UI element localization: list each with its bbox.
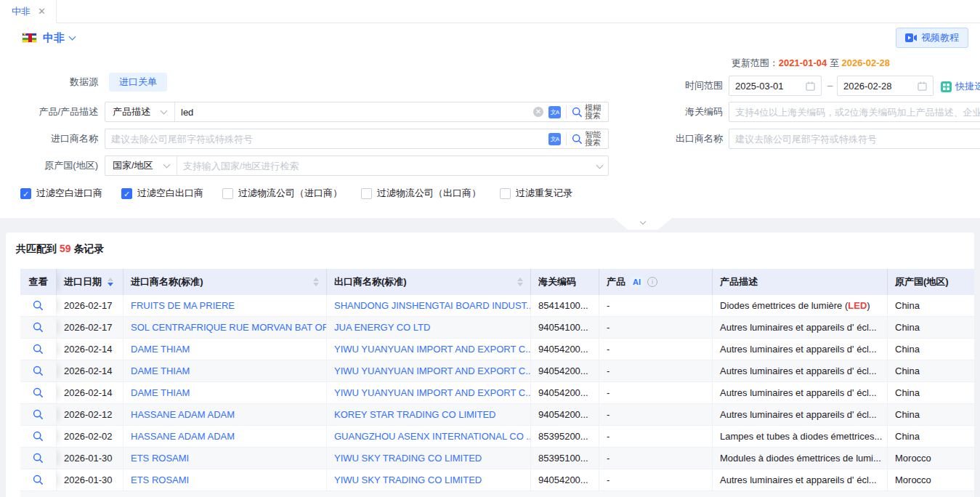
sort-control[interactable] [108,278,113,286]
clear-icon[interactable]: ✕ [533,107,543,117]
panel-gap [0,218,980,233]
product-cell: - [599,317,713,338]
exporter-link[interactable]: YIWU SKY TRADING CO LIMITED [334,474,482,485]
view-detail-button[interactable] [20,469,57,490]
search-icon [572,134,583,145]
magnifier-icon [33,365,44,376]
view-detail-button[interactable] [20,317,57,338]
filter-checkbox-row: ✓ 过滤空白进口商 ✓ 过滤空白出口商 ✓ 过滤物流公司（进口商） ✓ 过滤物流… [20,187,572,200]
import-date-cell: 2026-02-14 [57,360,123,381]
translate-icon[interactable]: 文A [548,106,561,118]
checkbox-icon[interactable]: ✓ [20,188,31,199]
origin-country-label: 原产国(地区) [0,155,98,176]
date-from-input[interactable]: 2025-03-01 [729,76,822,96]
importer-link[interactable]: HASSANE ADAM ADAM [131,409,235,420]
exporter-link[interactable]: JUA ENERGY CO LTD [334,322,430,333]
col-header-exporter[interactable]: 出口商名称(标准) [327,269,531,295]
checkbox-icon[interactable]: ✓ [361,188,372,199]
magnifier-icon [33,344,44,355]
close-icon[interactable]: ✕ [38,7,46,16]
origin-country-cell: China [888,317,974,338]
origin-country-cell: China [888,339,974,360]
country-type-select[interactable]: 国家/地区 [105,156,177,175]
view-detail-button[interactable] [20,360,57,381]
checkbox-icon[interactable]: ✓ [222,188,233,199]
exporter-link[interactable]: YIWU YUANYUAN IMPORT AND EXPORT C... [334,344,531,355]
view-detail-button[interactable] [20,426,57,447]
exporter-link[interactable]: YIWU SKY TRADING CO LIMITED [334,453,482,464]
product-cell: - [599,404,713,425]
date-to-input[interactable]: 2026-02-28 [837,76,934,96]
data-source-import-declarations[interactable]: 进口关单 [109,73,167,92]
translate-icon[interactable]: 文A [548,133,561,145]
importer-link[interactable]: FRUITS DE MA PRIERE [131,300,235,311]
checkbox-icon[interactable]: ✓ [500,188,511,199]
view-detail-button[interactable] [20,382,57,403]
filter-checkbox[interactable]: ✓ 过滤物流公司（进口商） [222,187,342,200]
product-description-input[interactable] [175,102,533,121]
product-label: 产品/产品描述 [0,102,98,122]
importer-link[interactable]: DAME THIAM [131,344,190,355]
central-african-republic-flag-icon: ★ [22,33,37,43]
import-date-cell: 2026-02-12 [57,404,123,425]
magnifier-icon [33,409,44,420]
col-header-import-date[interactable]: 进口日期 [57,269,123,295]
video-tutorial-button[interactable]: 视频教程 [896,28,968,48]
filter-checkbox[interactable]: ✓ 过滤空白出口商 [121,187,203,200]
product-cell: - [599,339,713,360]
view-detail-button[interactable] [20,448,57,469]
view-detail-button[interactable] [20,295,57,316]
exporter-link[interactable]: YIWU YUANYUAN IMPORT AND EXPORT C... [334,365,531,376]
filter-checkbox[interactable]: ✓ 过滤物流公司（出口商） [361,187,481,200]
view-detail-button[interactable] [20,404,57,425]
table-row: 2026-01-30 ETS ROSAMI YIWU SKY TRADING C… [20,469,974,491]
importer-link[interactable]: DAME THIAM [131,365,190,376]
importer-link[interactable]: HASSANE ADAM ADAM [131,431,235,442]
collapse-panel-button[interactable] [614,218,672,230]
video-icon [905,33,917,42]
importer-link[interactable]: ETS ROSAMI [131,453,189,464]
hs-code-cell: 85395200... [531,426,599,447]
search-form: 更新范围：2021-01-04 至 2026-02-28 数据源 进口关单 时间… [0,52,980,218]
exporter-link[interactable]: YIWU YUANYUAN IMPORT AND EXPORT C... [334,387,531,398]
exporter-link[interactable]: SHANDONG JINSHENGTAI BOARD INDUST... [334,300,531,311]
update-range-from: 2021-01-04 [779,57,827,68]
origin-country-input[interactable] [177,156,592,175]
exporter-link[interactable]: GUANGZHOU ASENX INTERNATIONAL CO ... [334,431,531,442]
quick-select-button[interactable]: 快捷选择 [941,80,980,93]
tab-zhongfei[interactable]: 中非 ✕ [0,0,57,23]
exporter-name-input[interactable] [729,129,980,148]
import-date-cell: 2026-02-14 [57,382,123,403]
col-header-importer[interactable]: 进口商名称(标准) [123,269,327,295]
table-row: 2026-02-17 FRUITS DE MA PRIERE SHANDONG … [20,295,974,317]
product-desc-cell: Autres luminaires et appareils d' écl... [713,469,888,490]
filter-checkbox[interactable]: ✓ 过滤空白进口商 [20,187,102,200]
hs-code-input[interactable] [729,102,980,121]
view-detail-button[interactable] [20,339,57,360]
importer-link[interactable]: DAME THIAM [131,387,190,398]
results-panel: 共匹配到59条记录 查看 进口日期 进口商名称(标准) 出口商名称(标准) 海关… [6,233,974,497]
importer-name-input[interactable] [105,129,548,148]
chevron-down-icon[interactable] [69,33,76,40]
filter-label: 过滤空白进口商 [36,187,102,200]
sort-control[interactable] [517,278,523,286]
product-desc-cell: Autres luminaires et appareils d' écl... [713,317,888,338]
exporter-link[interactable]: KOREY STAR TRADING CO LIMITED [334,409,495,420]
calendar-icon [918,81,927,91]
product-cell: - [599,426,713,447]
filter-checkbox[interactable]: ✓ 过滤重复记录 [500,187,572,200]
search-icon [572,107,583,118]
chevron-down-icon [596,161,604,169]
table-row: 2026-02-17 SOL CENTRAFRIQUE RUE MORVAN B… [20,317,974,339]
smart-search-button[interactable]: 智能搜索 [572,131,602,147]
filter-label: 过滤空白出口商 [137,187,203,200]
fuzzy-search-button[interactable]: 模糊搜索 [572,104,602,120]
product-type-select[interactable]: 产品描述 [105,102,175,121]
importer-link[interactable]: ETS ROSAMI [131,474,189,485]
importer-link[interactable]: SOL CENTRAFRIQUE RUE MORVAN BAT OF... [131,322,327,333]
info-icon[interactable]: i [647,277,657,287]
hs-code-group [729,102,980,122]
checkbox-icon[interactable]: ✓ [121,188,132,199]
hs-code-cell: 94054200... [531,360,599,381]
sort-control[interactable] [313,278,319,286]
